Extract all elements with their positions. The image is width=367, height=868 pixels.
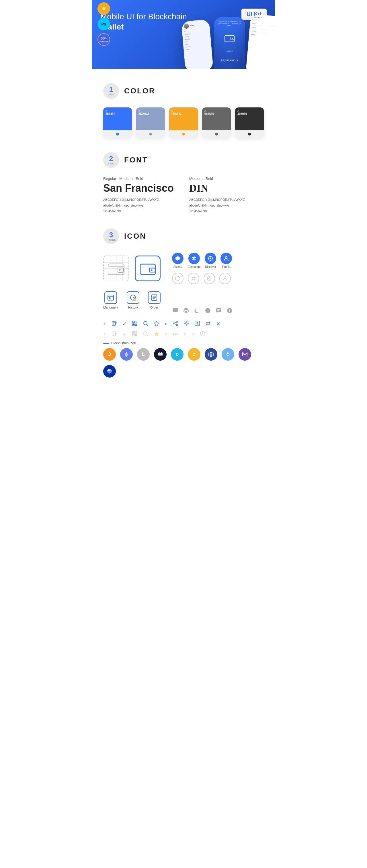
screens-badge: 60+ Screens: [97, 33, 110, 46]
utility-icons-row: + ✓: [103, 320, 264, 328]
nav-icons-filled-row: Assets Exchange: [172, 253, 232, 269]
nav-icon-profile-ghost: [219, 273, 231, 284]
hero-section: Mobile UI for Blockchain Wallet UI Kit P…: [92, 0, 275, 69]
plus-icon: +: [103, 321, 106, 327]
eth-icon: [120, 348, 133, 361]
svg-text:i: i: [202, 332, 203, 336]
svg-point-19: [224, 277, 226, 279]
blockchain-line: [103, 343, 109, 344]
svg-rect-7: [118, 268, 123, 273]
svg-marker-44: [154, 321, 159, 326]
close-icon: ✕: [216, 321, 221, 327]
swap-icon: [205, 320, 211, 328]
svg-point-61: [144, 332, 147, 335]
svg-rect-27: [173, 308, 178, 312]
svg-rect-57: [135, 334, 136, 335]
svg-text:Z: Z: [193, 352, 196, 356]
svg-point-17: [207, 276, 211, 280]
forward-icon-ghost: >: [192, 332, 195, 337]
svg-text:i: i: [229, 309, 230, 312]
svg-rect-26: [152, 295, 157, 301]
color-swatch-dark: # 303030: [235, 107, 264, 138]
section-3-number: 3 THREE: [103, 228, 119, 244]
svg-text:Ł: Ł: [142, 352, 145, 356]
settings-icon: [184, 320, 189, 328]
zec-icon: Z: [188, 348, 200, 361]
search-icon: [143, 320, 148, 328]
section-2-number: 2 TWO: [103, 152, 119, 168]
crypto-icons-row: ₿ Ł D: [103, 348, 264, 378]
svg-marker-12: [175, 256, 180, 261]
svg-point-5: [232, 38, 233, 39]
svg-rect-3: [225, 35, 234, 42]
list-edit-icon-ghost: [112, 331, 117, 338]
moon-icon: [194, 307, 200, 315]
svg-rect-9: [140, 264, 156, 274]
sketch-badge: [97, 2, 110, 15]
nav-icons-ghost-row: [172, 273, 232, 284]
svg-rect-38: [133, 324, 134, 325]
svg-marker-77: [226, 352, 228, 355]
etc-icon: [222, 348, 234, 361]
check-icon: ✓: [122, 321, 127, 327]
nav-icon-assets: Assets: [172, 253, 184, 269]
plus-icon-ghost: +: [103, 332, 106, 337]
color-swatch-gray-blue: # 8DA0C8: [136, 107, 165, 138]
phone-mockup-3: $ 6,297,502.12 Available ₿ BTC 738 Ξ ETH…: [246, 14, 275, 69]
svg-rect-34: [133, 322, 134, 322]
info-icon-ghost: i: [200, 331, 205, 338]
color-swatches: # 3574FA # 8DA0C8 # F5A623 # 666666: [103, 107, 264, 138]
svg-marker-78: [228, 355, 230, 357]
layers-icon: [183, 307, 189, 315]
chat-icon: [172, 307, 178, 315]
utility-icons-ghost-row: + ✓: [103, 331, 264, 338]
x-icon-ghost: ✕: [183, 332, 187, 337]
svg-rect-59: [135, 335, 136, 336]
wallet-icon-filled: [135, 255, 161, 281]
svg-rect-60: [136, 335, 137, 336]
color-section-header: 1 ONE COLOR: [103, 83, 264, 99]
circle-icon: [205, 307, 211, 315]
svg-rect-22: [110, 298, 111, 299]
bottom-icons-main-row: Mangment History: [103, 291, 264, 315]
svg-point-8: [119, 269, 121, 271]
xmr-icon: [238, 348, 251, 361]
svg-rect-54: [136, 332, 137, 333]
svg-marker-68: [126, 355, 128, 357]
icon-section-title: ICON: [124, 232, 146, 241]
svg-rect-21: [109, 297, 110, 299]
svg-rect-39: [135, 324, 136, 324]
ltc-icon: Ł: [137, 348, 150, 361]
svg-rect-36: [136, 322, 137, 322]
svg-point-25: [133, 298, 136, 301]
nav-icon-exchange: Exchange: [188, 253, 200, 269]
font-din: Medium · Bold DIN ABCDEFGHIJKLMNOPQRSTUV…: [189, 177, 264, 214]
star-icon: [154, 320, 160, 328]
nav-icon-discover: Discover: [205, 253, 216, 269]
share-icon: [173, 320, 178, 328]
icon-row-wallet: Assets Exchange: [103, 253, 264, 284]
phone-mockups: Profile AI Management Message Red Caller…: [183, 17, 275, 69]
nav-icon-assets-ghost: [172, 273, 184, 284]
svg-point-45: [176, 321, 178, 322]
color-swatch-orange: # F5A623: [169, 107, 198, 138]
svg-rect-52: [133, 332, 134, 333]
section-1-number: 1 ONE: [103, 83, 119, 99]
svg-point-28: [205, 308, 210, 313]
misc-icons-filled: i: [172, 307, 233, 315]
svg-rect-56: [133, 335, 134, 336]
search-icon-ghost: [143, 331, 148, 338]
nav-icon-profile: Profile: [221, 253, 232, 269]
svg-point-48: [186, 322, 187, 324]
hero-badges: Ps 60+ Screens: [97, 2, 110, 46]
waves-icon: [154, 348, 167, 361]
color-swatch-blue: # 3574FA: [103, 107, 132, 138]
list-edit-icon: [112, 320, 117, 328]
svg-point-18: [208, 278, 210, 279]
phone-mockup-1: Profile AI Management Message Red Caller…: [181, 19, 213, 69]
back-icon: <: [165, 321, 168, 327]
message-icon: [216, 307, 222, 315]
font-showcase: Regular · Medium · Bold San Francisco AB…: [103, 177, 264, 214]
dots-icon-ghost: •••: [173, 332, 178, 337]
star-icon-filled: [154, 331, 160, 338]
